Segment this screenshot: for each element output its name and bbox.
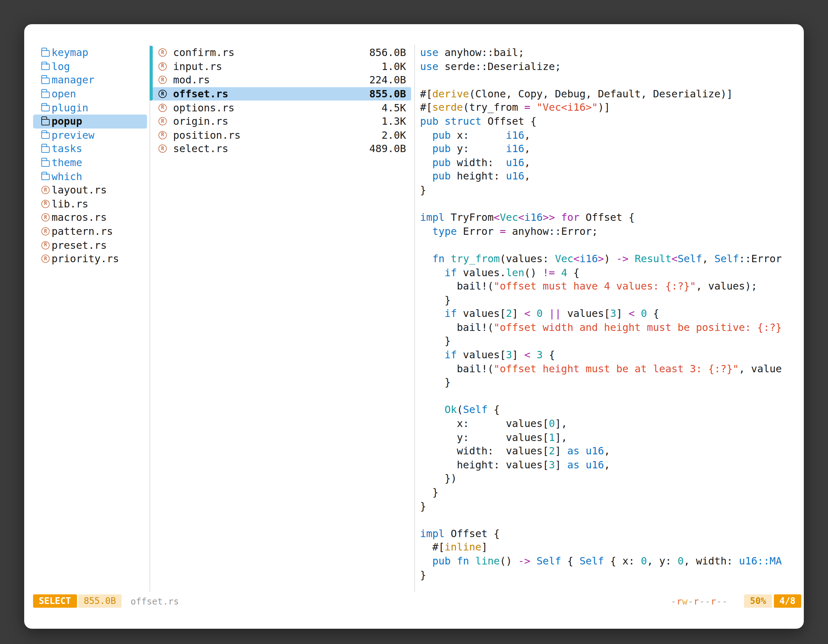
sidebar-item-lib-rs[interactable]: Rlib.rs <box>33 197 147 211</box>
file-name: select.rs <box>173 143 228 155</box>
file-item-origin-rs[interactable]: Rorigin.rs1.3K <box>153 114 411 128</box>
code-line: #[serde(try_from = "Vec<i16>")] <box>420 101 804 114</box>
sidebar-item-plugin[interactable]: plugin <box>33 101 147 114</box>
sidebar-item-open[interactable]: open <box>33 87 147 101</box>
file-item-input-rs[interactable]: Rinput.rs1.0K <box>153 60 411 73</box>
status-filename: offset.rs <box>130 596 179 606</box>
code-line: #[derive(Clone, Copy, Debug, Default, De… <box>420 87 804 101</box>
file-size: 224.0B <box>369 74 406 86</box>
folder-icon <box>41 50 50 56</box>
sidebar-item-log[interactable]: log <box>33 60 147 73</box>
sidebar-item-pattern-rs[interactable]: Rpattern.rs <box>33 224 147 238</box>
mode-badge: SELECT <box>33 594 77 608</box>
sidebar-item-macros-rs[interactable]: Rmacros.rs <box>33 211 147 224</box>
file-name: offset.rs <box>173 88 228 100</box>
permissions-text: -rw-r--r-- <box>671 596 728 606</box>
selection-marker <box>149 46 152 101</box>
code-line: pub y: i16, <box>420 142 804 155</box>
sidebar-item-label: open <box>52 88 76 100</box>
sidebar-item-label: which <box>52 170 82 182</box>
file-size: 856.0B <box>369 47 406 59</box>
sidebar-item-label: macros.rs <box>52 212 107 224</box>
rust-file-icon: R <box>41 200 50 208</box>
code-line: bail!("offset height must be at least 3:… <box>420 362 804 376</box>
code-line: x: values[0], <box>420 417 804 431</box>
sidebar-item-preset-rs[interactable]: Rpreset.rs <box>33 238 147 252</box>
file-size: 2.0K <box>381 129 406 141</box>
code-line: width: values[2] as u16, <box>420 444 804 458</box>
file-item-offset-rs[interactable]: Roffset.rs855.0B <box>153 87 411 101</box>
sidebar-item-label: priority.rs <box>52 253 119 265</box>
code-line <box>420 238 804 252</box>
code-line: use serde::Deserialize; <box>420 60 804 73</box>
code-line: if values[2] < 0 || values[3] < 0 { <box>420 307 804 321</box>
rust-file-icon: R <box>41 227 50 235</box>
current-directory-pane: Rconfirm.rs856.0BRinput.rs1.0KRmod.rs224… <box>149 46 414 591</box>
code-line: } <box>420 376 804 389</box>
code-line: pub width: u16, <box>420 156 804 169</box>
sidebar-item-theme[interactable]: theme <box>33 156 147 169</box>
sidebar-item-keymap[interactable]: keymap <box>33 46 147 60</box>
code-line: impl Offset { <box>420 527 804 541</box>
code-line: } <box>420 499 804 513</box>
sidebar-item-label: preview <box>52 129 94 141</box>
rust-file-icon: R <box>41 213 50 222</box>
sidebar-item-tasks[interactable]: tasks <box>33 142 147 155</box>
file-item-confirm-rs[interactable]: Rconfirm.rs856.0B <box>153 46 411 60</box>
rust-file-icon: R <box>158 118 167 126</box>
sidebar-item-manager[interactable]: manager <box>33 73 147 87</box>
folder-icon <box>41 91 50 98</box>
file-list: Rconfirm.rs856.0BRinput.rs1.0KRmod.rs224… <box>149 46 414 156</box>
sidebar-item-label: preset.rs <box>52 239 107 251</box>
folder-icon <box>41 64 50 71</box>
code-line: } <box>420 183 804 197</box>
sidebar-item-popup[interactable]: popup <box>33 114 147 128</box>
sidebar-item-priority-rs[interactable]: Rpriority.rs <box>33 252 147 266</box>
rust-file-icon: R <box>158 131 167 139</box>
sidebar-item-label: pattern.rs <box>52 225 113 237</box>
sidebar-item-which[interactable]: which <box>33 169 147 183</box>
file-item-mod-rs[interactable]: Rmod.rs224.0B <box>153 73 411 87</box>
code-line: if values.len() != 4 { <box>420 266 804 279</box>
file-size-badge: 855.0B <box>78 594 122 608</box>
file-size: 4.5K <box>381 102 406 114</box>
file-item-options-rs[interactable]: Roptions.rs4.5K <box>153 101 411 114</box>
code-line: bail!("offset must have 4 values: {:?}",… <box>420 279 804 293</box>
sidebar-item-label: keymap <box>52 47 88 59</box>
file-name: mod.rs <box>173 74 210 86</box>
code-line: } <box>420 334 804 348</box>
code-line: bail!("offset width and height must be p… <box>420 321 804 334</box>
file-name: origin.rs <box>173 116 228 128</box>
sidebar-item-preview[interactable]: preview <box>33 128 147 142</box>
folder-icon <box>41 133 50 139</box>
rust-file-icon: R <box>41 186 50 194</box>
file-item-position-rs[interactable]: Rposition.rs2.0K <box>153 128 411 142</box>
folder-icon <box>41 146 50 153</box>
rust-file-icon: R <box>158 145 167 153</box>
sidebar-item-label: theme <box>52 157 82 169</box>
sidebar-item-layout-rs[interactable]: Rlayout.rs <box>33 183 147 197</box>
sidebar-item-label: layout.rs <box>52 184 107 196</box>
folder-icon <box>41 160 50 166</box>
sidebar-item-label: popup <box>52 116 82 128</box>
rust-file-icon: R <box>158 63 167 71</box>
code-line <box>420 513 804 526</box>
code-line: } <box>420 568 804 581</box>
code-line: #[inline] <box>420 541 804 554</box>
code-line: pub fn line() -> Self { Self { x: 0, y: … <box>420 554 804 568</box>
code-line <box>420 73 804 87</box>
code-line: pub x: i16, <box>420 128 804 142</box>
sidebar-item-label: tasks <box>52 143 82 155</box>
file-item-select-rs[interactable]: Rselect.rs489.0B <box>153 142 411 155</box>
sidebar-item-label: log <box>52 60 70 72</box>
rust-file-icon: R <box>158 76 167 84</box>
file-size: 1.0K <box>381 60 406 72</box>
code-line <box>420 389 804 403</box>
code-line: Ok(Self { <box>420 403 804 417</box>
code-line: pub struct Offset { <box>420 114 804 128</box>
sidebar-item-label: plugin <box>52 102 88 114</box>
file-size: 1.3K <box>381 116 406 128</box>
code-line: type Error = anyhow::Error; <box>420 224 804 238</box>
cursor-position-badge: 4/8 <box>773 594 801 608</box>
code-line: } <box>420 293 804 307</box>
